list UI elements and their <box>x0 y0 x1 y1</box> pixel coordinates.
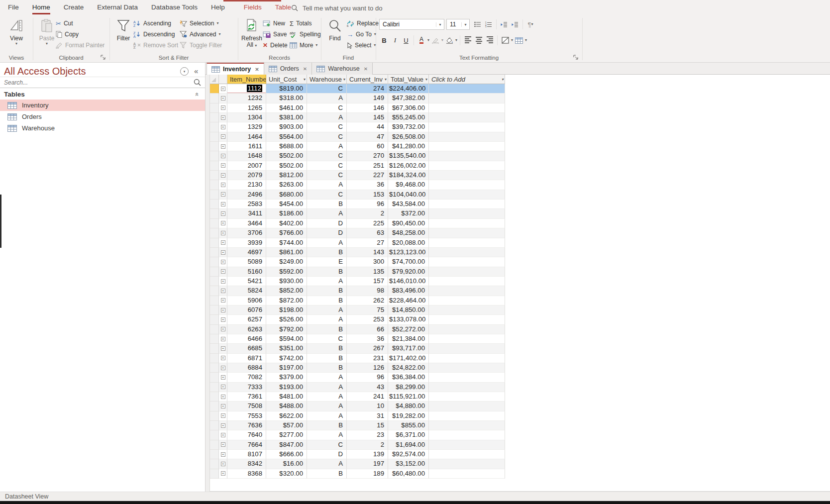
select-button[interactable]: Select ▾ <box>347 40 376 51</box>
search-icon[interactable] <box>194 79 205 86</box>
cell-click-to-add[interactable] <box>429 402 505 411</box>
cell[interactable]: $57.00 <box>266 421 307 430</box>
cell[interactable]: B <box>307 421 347 430</box>
cell[interactable]: 8107 <box>227 450 266 459</box>
cell[interactable]: $126,002.00 <box>388 161 429 171</box>
cell[interactable]: 149 <box>347 94 388 103</box>
expand-row-button[interactable] <box>221 413 225 418</box>
cell-click-to-add[interactable] <box>429 296 505 305</box>
expand-row-button[interactable] <box>221 105 225 110</box>
row-selector[interactable] <box>210 305 219 315</box>
cell-click-to-add[interactable] <box>429 238 505 248</box>
cell[interactable]: $481.00 <box>266 392 307 402</box>
menu-tab-file[interactable]: File <box>8 0 19 14</box>
tab-inventory[interactable]: Inventory ✕ <box>207 63 264 75</box>
cell-click-to-add[interactable] <box>429 430 505 440</box>
cell[interactable]: 1112 <box>227 84 266 94</box>
cell[interactable]: 27 <box>347 238 388 248</box>
cell[interactable]: $8,299.00 <box>388 383 429 392</box>
cell[interactable]: $93,717.00 <box>388 344 429 353</box>
cell[interactable]: A <box>307 392 347 402</box>
cell-click-to-add[interactable] <box>429 122 505 132</box>
cell[interactable]: D <box>307 228 347 238</box>
copy-button[interactable]: Copy <box>56 29 79 40</box>
row-selector[interactable] <box>210 325 219 334</box>
cell[interactable]: $564.00 <box>266 132 307 142</box>
cell[interactable]: C <box>307 334 347 344</box>
expand-row-button[interactable] <box>221 221 225 225</box>
cell[interactable]: A <box>307 373 347 382</box>
row-selector[interactable] <box>210 132 219 142</box>
cell[interactable]: $171,402.00 <box>388 354 429 363</box>
cell[interactable]: $9,468.00 <box>388 180 429 190</box>
cell[interactable]: A <box>307 402 347 411</box>
menu-tab-database-tools[interactable]: Database Tools <box>151 0 198 14</box>
cell[interactable]: 2 <box>347 440 388 450</box>
cell[interactable]: A <box>307 142 347 151</box>
chevron-down-icon[interactable]: ▾ <box>427 38 429 42</box>
cell-click-to-add[interactable] <box>429 411 505 421</box>
cell[interactable]: 2007 <box>227 161 266 171</box>
menu-tab-fields[interactable]: Fields <box>244 0 262 14</box>
cell[interactable]: $847.00 <box>266 440 307 450</box>
cell[interactable]: 7640 <box>227 430 266 440</box>
cell[interactable]: 5421 <box>227 277 266 286</box>
cell[interactable]: 3411 <box>227 209 266 218</box>
collapse-group-icon[interactable]: « <box>194 93 201 96</box>
cut-button[interactable]: ✂ Cut <box>56 18 73 29</box>
expand-row-button[interactable] <box>221 308 225 312</box>
cell[interactable]: 1232 <box>227 94 266 103</box>
cell[interactable]: 36 <box>347 180 388 190</box>
row-selector[interactable] <box>210 392 219 402</box>
save-record-button[interactable]: Save <box>263 29 287 40</box>
cell[interactable]: 96 <box>347 200 388 209</box>
cell[interactable]: 7082 <box>227 373 266 382</box>
cell[interactable]: $852.00 <box>266 286 307 296</box>
cell[interactable]: $26,508.00 <box>388 132 429 142</box>
cell[interactable]: $930.00 <box>266 277 307 286</box>
expand-row-button[interactable] <box>221 202 225 206</box>
cell-click-to-add[interactable] <box>429 373 505 382</box>
row-selector[interactable] <box>210 354 219 363</box>
expand-row-button[interactable] <box>221 211 225 216</box>
menu-tab-help[interactable]: Help <box>211 0 225 14</box>
spelling-button[interactable]: abc Spelling <box>290 29 321 40</box>
cell-click-to-add[interactable] <box>429 103 505 113</box>
sidebar-item-orders[interactable]: Orders <box>0 111 205 122</box>
cell[interactable]: 31 <box>347 411 388 421</box>
sidebar-item-warehouse[interactable]: Warehouse <box>0 122 205 134</box>
row-selector[interactable] <box>210 257 219 267</box>
row-selector[interactable] <box>210 171 219 180</box>
cell[interactable]: 225 <box>347 219 388 228</box>
cell[interactable]: B <box>307 344 347 353</box>
cell[interactable]: A <box>307 459 347 469</box>
cell[interactable]: $83,496.00 <box>388 286 429 296</box>
cell[interactable]: B <box>307 354 347 363</box>
row-selector[interactable] <box>210 238 219 248</box>
cell[interactable]: 43 <box>347 383 388 392</box>
expand-row-button[interactable] <box>221 462 225 466</box>
menu-tab-home[interactable]: Home <box>32 0 50 14</box>
column-header-warehouse[interactable]: Warehouse▾ <box>307 75 347 84</box>
cell[interactable]: 3706 <box>227 228 266 238</box>
tab-orders[interactable]: Orders ✕ <box>264 63 312 75</box>
cell[interactable]: 44 <box>347 122 388 132</box>
cell[interactable]: $372.00 <box>388 209 429 218</box>
row-selector[interactable] <box>210 103 219 113</box>
close-icon[interactable]: ✕ <box>255 67 259 72</box>
cell[interactable]: 66 <box>347 325 388 334</box>
column-dropdown-icon[interactable]: ▾ <box>501 77 504 82</box>
row-selector[interactable] <box>210 122 219 132</box>
delete-record-button[interactable]: ✕ Delete ▾ <box>263 40 292 51</box>
cell[interactable]: A <box>307 238 347 248</box>
expand-row-button[interactable] <box>221 346 225 351</box>
cell[interactable]: $3,152.00 <box>388 459 429 469</box>
cell[interactable]: 139 <box>347 450 388 459</box>
row-selector[interactable] <box>210 142 219 151</box>
cell[interactable]: 5906 <box>227 296 266 305</box>
cell[interactable]: A <box>307 305 347 315</box>
column-header-total-value[interactable]: Total_Value▾ <box>388 75 429 84</box>
cell[interactable]: 5160 <box>227 267 266 277</box>
cell[interactable]: $351.00 <box>266 344 307 353</box>
cell[interactable]: 36 <box>347 334 388 344</box>
